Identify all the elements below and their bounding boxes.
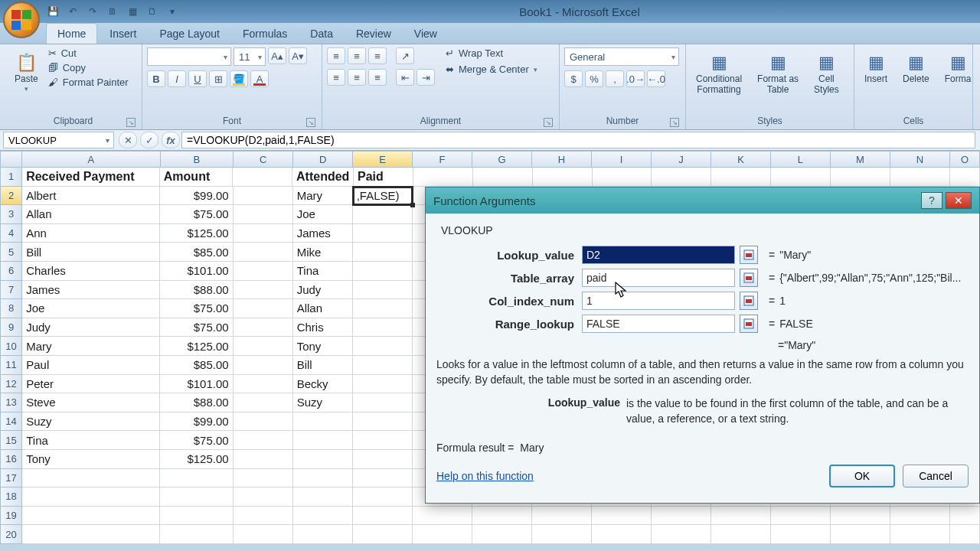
cell[interactable] — [413, 168, 473, 187]
collapse-dialog-icon[interactable] — [740, 315, 758, 333]
fill-color-button[interactable]: 🪣 — [230, 70, 248, 87]
row-header[interactable]: 16 — [0, 450, 22, 469]
qat-more-icon[interactable]: ▾ — [165, 5, 179, 18]
row-header[interactable]: 3 — [0, 205, 22, 224]
row-header[interactable]: 2 — [0, 187, 22, 206]
cell[interactable]: $125.00 — [160, 224, 234, 243]
cell[interactable] — [234, 205, 293, 224]
col-header[interactable]: L — [771, 151, 831, 168]
cell[interactable]: Attended — [292, 168, 354, 187]
cell[interactable] — [234, 224, 293, 243]
arg-input[interactable]: D2 — [582, 246, 735, 264]
italic-button[interactable]: I — [168, 70, 186, 87]
cell[interactable]: Received Payment — [22, 168, 160, 187]
cell[interactable]: James — [22, 281, 160, 300]
cell[interactable]: Joe — [293, 205, 353, 224]
tab-home[interactable]: Home — [46, 23, 97, 44]
cell[interactable] — [234, 281, 293, 300]
cell[interactable] — [234, 431, 293, 450]
cell[interactable] — [234, 469, 293, 488]
cell[interactable] — [890, 507, 950, 526]
cell[interactable] — [413, 525, 472, 544]
collapse-dialog-icon[interactable] — [740, 292, 758, 310]
cell[interactable] — [831, 168, 890, 187]
cell[interactable] — [711, 507, 771, 526]
row-header[interactable]: 9 — [0, 318, 22, 337]
cell[interactable]: James — [293, 224, 353, 243]
row-header[interactable]: 1 — [0, 168, 22, 187]
row-header[interactable]: 12 — [0, 375, 22, 394]
cell[interactable]: Mike — [293, 243, 353, 262]
tab-view[interactable]: View — [403, 24, 448, 44]
cell[interactable]: $85.00 — [160, 243, 234, 262]
cell[interactable] — [234, 525, 293, 544]
cell[interactable]: $99.00 — [160, 412, 234, 432]
cell[interactable] — [234, 299, 293, 318]
cell[interactable] — [353, 281, 413, 300]
row-header[interactable]: 8 — [0, 299, 22, 318]
cell[interactable] — [831, 507, 890, 526]
cell[interactable]: Suzy — [293, 393, 353, 412]
collapse-dialog-icon[interactable] — [740, 246, 758, 264]
cell[interactable] — [234, 187, 293, 206]
cell[interactable]: Chris — [293, 318, 353, 337]
cell[interactable]: $125.00 — [160, 337, 234, 356]
cell[interactable] — [353, 299, 413, 318]
row-header[interactable]: 13 — [0, 393, 22, 412]
launcher-icon[interactable]: ↘ — [306, 118, 315, 127]
cell[interactable] — [353, 431, 413, 450]
row-header[interactable]: 18 — [0, 487, 22, 507]
col-header[interactable]: F — [413, 151, 472, 168]
dialog-titlebar[interactable]: Function Arguments ? ✕ — [426, 187, 979, 214]
cell[interactable] — [234, 243, 293, 262]
col-header[interactable]: N — [890, 151, 950, 168]
col-header[interactable]: A — [22, 151, 160, 168]
accounting-icon[interactable]: $ — [564, 70, 583, 87]
font-color-button[interactable]: A — [250, 70, 269, 87]
cell[interactable] — [22, 525, 160, 544]
cell[interactable] — [711, 168, 771, 187]
cell[interactable]: Albert — [22, 187, 160, 206]
col-header[interactable]: E — [353, 151, 413, 168]
align-top-icon[interactable]: ≡ — [327, 47, 345, 64]
cell[interactable]: Bill — [22, 243, 160, 262]
undo-icon[interactable]: ↶ — [66, 5, 80, 18]
borders-button[interactable]: ⊞ — [209, 70, 227, 87]
launcher-icon[interactable]: ↘ — [126, 118, 136, 127]
launcher-icon[interactable]: ↘ — [544, 118, 553, 127]
formula-input[interactable]: =VLOOKUP(D2,paid,1,FALSE) — [181, 132, 975, 148]
cell[interactable] — [234, 393, 293, 412]
cell[interactable]: $101.00 — [160, 262, 234, 281]
cell[interactable]: ,FALSE) — [353, 187, 413, 206]
cell[interactable]: Ann — [22, 224, 160, 243]
cancel-button[interactable]: Cancel — [903, 465, 969, 487]
cell[interactable] — [160, 525, 234, 544]
cell[interactable]: Tony — [293, 337, 353, 356]
row-header[interactable]: 17 — [0, 469, 22, 488]
tab-insert[interactable]: Insert — [99, 24, 147, 44]
decrease-indent-icon[interactable]: ⇤ — [396, 69, 414, 86]
insert-cells-button[interactable]: ▦Insert — [859, 47, 893, 89]
cell[interactable] — [234, 262, 293, 281]
cell[interactable] — [353, 262, 413, 281]
underline-button[interactable]: U — [188, 70, 207, 87]
merge-center-button[interactable]: ⬌Merge & Center▾ — [446, 64, 537, 75]
office-button[interactable] — [3, 2, 40, 38]
conditional-formatting-button[interactable]: ▦Conditional Formatting — [691, 47, 747, 99]
row-header[interactable]: 7 — [0, 281, 22, 300]
cell[interactable] — [593, 168, 652, 187]
help-link[interactable]: Help on this function — [436, 470, 534, 482]
cell[interactable] — [160, 487, 234, 507]
cell[interactable] — [234, 375, 293, 394]
cell[interactable] — [473, 168, 533, 187]
arg-input[interactable]: FALSE — [582, 315, 735, 333]
cell[interactable] — [353, 487, 413, 507]
col-header[interactable]: J — [652, 151, 711, 168]
cell[interactable] — [293, 487, 353, 507]
comma-icon[interactable]: , — [606, 70, 624, 87]
cell[interactable] — [353, 507, 413, 526]
name-box[interactable]: VLOOKUP — [3, 132, 114, 148]
cell[interactable] — [950, 168, 980, 187]
cell[interactable]: Steve — [22, 393, 160, 412]
align-middle-icon[interactable]: ≡ — [348, 47, 366, 64]
